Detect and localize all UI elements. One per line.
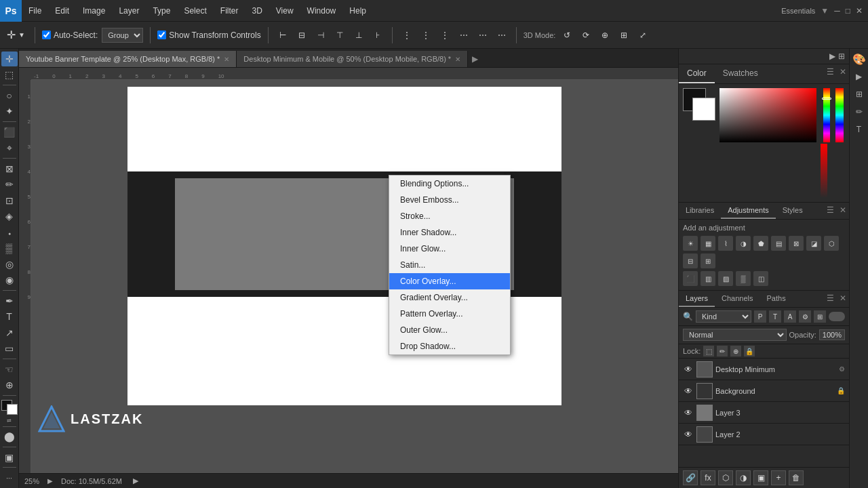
color-panel-menu-icon[interactable]: ☰ bbox=[824, 64, 837, 83]
pattern-overlay-item[interactable]: Pattern Overlay... bbox=[389, 306, 510, 322]
menu-file[interactable]: File bbox=[22, 0, 48, 21]
path-select-tool[interactable]: ↗ bbox=[1, 325, 18, 340]
filter-icon-5[interactable]: ⊞ bbox=[814, 310, 826, 323]
opacity-value[interactable]: 100% bbox=[819, 329, 845, 340]
spectrum-strip[interactable] bbox=[835, 88, 844, 142]
tab-youtube-banner[interactable]: Youtube Banner Template @ 25% (Desktop M… bbox=[19, 51, 237, 67]
selectivecolor-adj-icon[interactable]: ◫ bbox=[753, 271, 768, 286]
outer-glow-item[interactable]: Outer Glow... bbox=[389, 322, 510, 338]
align-bottom-btn[interactable]: ⊦ bbox=[370, 28, 385, 43]
curves-adj-icon[interactable]: ⌇ bbox=[718, 236, 733, 251]
layer-adjustment-btn[interactable]: ◑ bbox=[736, 470, 751, 485]
colorlookup-adj-icon[interactable]: ⊞ bbox=[701, 253, 715, 268]
filter-icon-1[interactable]: P bbox=[754, 310, 766, 323]
filter-icon-3[interactable]: A bbox=[784, 310, 796, 323]
filter-icon-4[interactable]: ⚙ bbox=[799, 310, 811, 323]
layer-visibility-icon[interactable]: 👁 bbox=[683, 365, 694, 374]
auto-select-input[interactable] bbox=[42, 30, 51, 39]
inner-glow-item[interactable]: Inner Glow... bbox=[389, 241, 510, 257]
lock-all-icon[interactable]: 🔒 bbox=[744, 346, 755, 357]
distribute-top-btn[interactable]: ⋯ bbox=[456, 28, 471, 43]
adj-panel-menu-icon[interactable]: ☰ bbox=[824, 203, 837, 219]
layers-tab[interactable]: Layers bbox=[679, 291, 715, 307]
levels-adj-icon[interactable]: ▦ bbox=[701, 236, 715, 251]
healing-tool[interactable]: ⊠ bbox=[1, 161, 18, 176]
right-brush-icon[interactable]: ✏ bbox=[852, 104, 867, 119]
minimize-icon[interactable]: ─ bbox=[834, 6, 840, 16]
menu-select[interactable]: Select bbox=[177, 0, 213, 21]
alpha-strip[interactable] bbox=[821, 144, 827, 198]
zoom-tool[interactable]: ⊕ bbox=[1, 378, 18, 393]
swatches-tab[interactable]: Swatches bbox=[715, 64, 766, 83]
pen-tool[interactable]: ✒ bbox=[1, 293, 18, 308]
stroke-item[interactable]: Stroke... bbox=[389, 208, 510, 224]
distribute-right-btn[interactable]: ⋮ bbox=[437, 28, 452, 43]
switch-colors-icon[interactable]: ⇄ bbox=[7, 418, 12, 424]
table-row[interactable]: 👁 Layer 2 bbox=[679, 424, 849, 445]
photofilter-adj-icon[interactable]: ⬡ bbox=[824, 236, 839, 251]
layer-link-btn[interactable]: 🔗 bbox=[683, 470, 698, 485]
exposure-adj-icon[interactable]: ◑ bbox=[736, 236, 751, 251]
clone-tool[interactable]: ⊡ bbox=[1, 193, 18, 208]
gradientmap-adj-icon[interactable]: ▒ bbox=[736, 271, 751, 286]
bw-adj-icon[interactable]: ◪ bbox=[806, 236, 821, 251]
move-tool-btn[interactable]: ✛ ▼ bbox=[4, 27, 28, 43]
more-tools[interactable]: ··· bbox=[1, 470, 18, 485]
gradient-tool[interactable]: ▒ bbox=[1, 241, 18, 256]
tab-desktop-mobile[interactable]: Desktop Minimum & Mobile @ 50% (Desktop … bbox=[237, 51, 468, 67]
3d-pan-btn[interactable]: ⊕ bbox=[597, 28, 612, 43]
expand-arrow[interactable]: ▶ bbox=[133, 476, 138, 485]
right-type-icon[interactable]: T bbox=[852, 122, 867, 137]
auto-select-checkbox[interactable]: Auto-Select: bbox=[42, 30, 98, 40]
3d-rotate-btn[interactable]: ↺ bbox=[559, 28, 574, 43]
color-overlay-item[interactable]: Color Overlay... bbox=[389, 273, 510, 289]
tab-close-2[interactable]: ✕ bbox=[455, 56, 460, 63]
table-row[interactable]: 👁 Desktop Minimum ⚙ bbox=[679, 359, 849, 380]
align-left-btn[interactable]: ⊢ bbox=[275, 28, 290, 43]
type-tool[interactable]: T bbox=[1, 310, 18, 325]
menu-edit[interactable]: Edit bbox=[48, 0, 76, 21]
menu-view[interactable]: View bbox=[269, 0, 300, 21]
align-right-btn[interactable]: ⊣ bbox=[313, 28, 328, 43]
layer-delete-btn[interactable]: 🗑 bbox=[789, 470, 804, 485]
layers-panel-menu-icon[interactable]: ☰ bbox=[824, 291, 837, 307]
lock-transparency-icon[interactable]: ⬚ bbox=[703, 346, 714, 357]
channelmixer-adj-icon[interactable]: ⊟ bbox=[683, 253, 698, 268]
adjustments-tab[interactable]: Adjustments bbox=[721, 203, 776, 219]
tab-overflow-arrow[interactable]: ▶ bbox=[468, 51, 481, 67]
invert-adj-icon[interactable]: ⬛ bbox=[683, 271, 698, 286]
workspace-selector[interactable]: Essentials bbox=[781, 7, 815, 15]
eyedropper-tool[interactable]: ⌖ bbox=[1, 140, 18, 155]
crop-tool[interactable]: ⬛ bbox=[1, 125, 18, 140]
layer-filter-dropdown[interactable]: Kind Name Effect bbox=[696, 310, 751, 323]
drop-shadow-item[interactable]: Drop Shadow... bbox=[389, 338, 510, 354]
layer-visibility-icon[interactable]: 👁 bbox=[683, 408, 694, 418]
menu-layer[interactable]: Layer bbox=[112, 0, 146, 21]
fg-bg-colors[interactable] bbox=[683, 88, 715, 121]
bevel-emboss-item[interactable]: Bevel Emboss... bbox=[389, 192, 510, 208]
hue-strip[interactable] bbox=[823, 88, 830, 142]
table-row[interactable]: 👁 Background 🔒 bbox=[679, 380, 849, 402]
filter-icon-2[interactable]: T bbox=[769, 310, 781, 323]
color-swatches[interactable] bbox=[1, 400, 18, 415]
tab-close-1[interactable]: ✕ bbox=[224, 56, 229, 63]
posterize-adj-icon[interactable]: ▥ bbox=[701, 271, 715, 286]
channels-tab[interactable]: Channels bbox=[715, 291, 760, 307]
marquee-tool[interactable]: ⬚ bbox=[1, 68, 18, 83]
menu-filter[interactable]: Filter bbox=[214, 0, 245, 21]
paths-tab[interactable]: Paths bbox=[760, 291, 793, 307]
align-middle-btn[interactable]: ⊥ bbox=[351, 28, 366, 43]
move-tool[interactable]: ✛ bbox=[1, 52, 18, 66]
panel-grid-icon[interactable]: ⊞ bbox=[837, 50, 846, 62]
3d-roll-btn[interactable]: ⟳ bbox=[578, 28, 593, 43]
menu-type[interactable]: Type bbox=[146, 0, 177, 21]
layer-group-btn[interactable]: ▣ bbox=[753, 470, 768, 485]
gradient-overlay-item[interactable]: Gradient Overlay... bbox=[389, 289, 510, 306]
close-icon[interactable]: ✕ bbox=[856, 6, 863, 16]
right-play-icon[interactable]: ▶ bbox=[852, 69, 867, 84]
background-color[interactable] bbox=[692, 98, 715, 121]
menu-window[interactable]: Window bbox=[300, 0, 343, 21]
lock-position-icon[interactable]: ⊕ bbox=[730, 346, 741, 357]
blending-options-item[interactable]: Blending Options... bbox=[389, 176, 510, 192]
layers-panel-close-icon[interactable]: ✕ bbox=[837, 291, 849, 307]
